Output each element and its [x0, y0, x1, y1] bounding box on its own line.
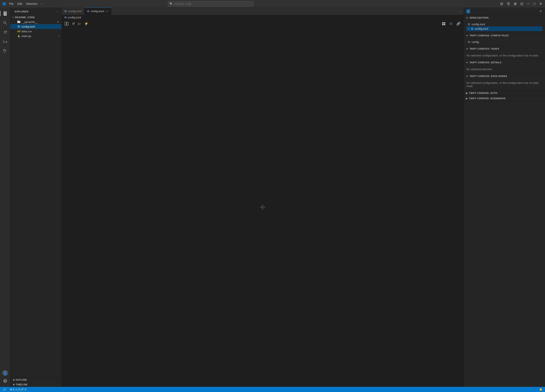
- status-git-branch[interactable]: ⎇: [2, 387, 7, 392]
- toggle-sidebar-icon[interactable]: ☰: [506, 1, 511, 7]
- sidebar-item-config-toml[interactable]: config.toml: [10, 24, 62, 29]
- sidebar-header-actions: ⋯: [54, 9, 59, 14]
- activity-extensions[interactable]: [1, 47, 9, 55]
- toggle-panel-icon[interactable]: ⊞: [513, 1, 518, 7]
- toggle-layout-icon[interactable]: ⊡: [519, 1, 524, 7]
- user-avatar[interactable]: 👤: [2, 370, 8, 376]
- timeline-section[interactable]: ▶ TIMELINE: [10, 382, 62, 387]
- edit-menu[interactable]: Edit: [16, 1, 24, 6]
- breadcrumb-label: config.toml: [68, 16, 81, 19]
- explorer-section-header[interactable]: ▼ README_CODE: [10, 15, 62, 19]
- taipy-tasks-body: No selected configuration, or the config…: [464, 51, 545, 60]
- taipy-details-empty-text: No selected element.: [466, 67, 542, 72]
- status-bar: ⎇ ⊗ 0 ⚠ 0 🔗 0 🔔: [0, 387, 545, 392]
- sidebar-item-pycache[interactable]: __pycache__ ▶: [10, 19, 62, 24]
- tab-more-button[interactable]: ⋯: [458, 7, 464, 15]
- git-icon: ⎇: [3, 388, 6, 391]
- taipy-tasks-header[interactable]: ▼ TAIPY CONFIGS: TASKS: [464, 46, 545, 51]
- minimize-icon[interactable]: ─: [526, 1, 531, 7]
- open-editors-label: OPEN EDITORS: [469, 17, 489, 19]
- status-bell[interactable]: 🔔: [538, 387, 543, 392]
- taipy-scenarios-section: ▶ TAIPY CONFIGS: SCENARIOS: [464, 96, 545, 101]
- sidebar-title: Explorer: [15, 10, 29, 13]
- taipy-scenarios-header[interactable]: ▶ TAIPY CONFIGS: SCENARIOS: [464, 96, 545, 101]
- csv-file-icon: csv: [17, 30, 21, 33]
- status-errors[interactable]: ⊗ 0 ⚠ 0 🔗 0: [9, 387, 27, 392]
- sidebar: Explorer ⋯ ▼ README_CODE __pycache__ ▶: [10, 7, 62, 387]
- toolbar-action3-btn[interactable]: 🔗: [455, 21, 462, 26]
- activity-explorer[interactable]: [1, 9, 9, 18]
- window-controls: ⊟ ☰ ⊞ ⊡ ─ □ ✕: [499, 1, 543, 7]
- customize-layout-icon[interactable]: ⊟: [499, 1, 504, 7]
- menu-bar: File Edit Selection ···: [7, 1, 44, 6]
- right-panel-icon[interactable]: ⊡: [466, 9, 471, 14]
- toolbar-action2-btn[interactable]: [448, 21, 454, 26]
- toolbar-run-btn[interactable]: ▷: [77, 21, 82, 26]
- editor-area: ⚙ config.toml ⚙ config.toml ✕ ⋯ ⚙ config…: [62, 7, 464, 387]
- chevron-down-icon: ▼: [12, 16, 14, 19]
- taipy-config-gear-icon: ⚙: [468, 40, 470, 44]
- right-panel-content: ▼ OPEN EDITORS ⚙ config.toml ✕ ⚙ config.…: [464, 15, 545, 387]
- open-editor1-gear-icon: ⚙: [468, 23, 470, 26]
- open-editors-section: ▼ OPEN EDITORS ⚙ config.toml ✕ ⚙ config.…: [464, 15, 545, 33]
- taipy-data-nodes-body: No selected configuration, or the config…: [464, 79, 545, 90]
- taipy-details-chevron-icon: ▼: [466, 61, 468, 64]
- main-py-label: main.py: [21, 34, 57, 38]
- global-search-bar: 🔍: [168, 1, 254, 6]
- sidebar-more-icon[interactable]: ⋯: [54, 9, 59, 14]
- taipy-tasks-section: ▼ TAIPY CONFIGS: TASKS No selected confi…: [464, 46, 545, 60]
- restore-icon[interactable]: □: [532, 1, 537, 7]
- toolbar-refresh-btn[interactable]: ↺: [71, 21, 76, 26]
- outline-section[interactable]: ▶ OUTLINE: [10, 377, 62, 382]
- activity-run[interactable]: [1, 37, 9, 46]
- move-cursor-icon: ✛: [260, 203, 266, 211]
- open-editor-item-1[interactable]: ⚙ config.toml: [466, 22, 542, 26]
- open-editor-item-2[interactable]: ✕ ⚙ config.toml: [466, 26, 542, 31]
- sidebar-item-main-py[interactable]: 🐍 main.py T: [10, 34, 62, 38]
- close-icon[interactable]: ✕: [538, 1, 543, 7]
- editor-tab-2[interactable]: ⚙ config.toml ✕: [84, 7, 111, 15]
- taipy-auth-header[interactable]: ▶ TAIPY CONFIGS: AUTH: [464, 90, 545, 96]
- tab2-gear-icon: ⚙: [87, 10, 90, 13]
- open-editor2-close-icon[interactable]: ✕: [468, 27, 470, 30]
- activity-source-control[interactable]: [1, 28, 9, 36]
- pycache-label: __pycache__: [21, 20, 56, 24]
- open-editors-chevron-icon: ▼: [466, 17, 468, 19]
- file-menu[interactable]: File: [7, 1, 15, 6]
- open-editor2-label: config.toml: [475, 27, 488, 30]
- taipy-data-nodes-section: ▼ TAIPY CONFIGS: DATA NODES No selected …: [464, 73, 545, 90]
- taipy-details-header[interactable]: ▼ TAIPY CONFIGS: DETAILS: [464, 60, 545, 65]
- taipy-scenarios-label: TAIPY CONFIGS: SCENARIOS: [469, 97, 506, 100]
- chevron-right-timeline-icon: ▶: [13, 383, 15, 386]
- sidebar-header: Explorer ⋯: [10, 7, 62, 15]
- info-icon: 🔗: [21, 388, 24, 391]
- taipy-details-label: TAIPY CONFIGS: DETAILS: [469, 61, 502, 64]
- taipy-data-nodes-header[interactable]: ▼ TAIPY CONFIGS: DATA NODES: [464, 73, 545, 79]
- taipy-config-files-header[interactable]: ▼ TAIPY CONFIGS: CONFIG FILES: [464, 33, 545, 38]
- activity-bar: 👤: [0, 7, 10, 387]
- explorer-section-title: README_CODE: [15, 16, 35, 19]
- activity-settings[interactable]: [1, 377, 9, 385]
- search-icon: 🔍: [170, 2, 173, 5]
- taipy-config-label: config: [471, 40, 479, 44]
- toolbar-lightning-btn[interactable]: ⚡: [83, 21, 90, 26]
- tab2-close-icon[interactable]: ✕: [105, 10, 109, 13]
- sidebar-content: ▼ README_CODE __pycache__ ▶ config: [10, 15, 62, 377]
- editor-tab-1[interactable]: ⚙ config.toml: [62, 7, 84, 15]
- taipy-config-item[interactable]: ⚙ config: [466, 40, 542, 44]
- selection-menu[interactable]: Selection: [24, 1, 39, 6]
- timeline-label: TIMELINE: [16, 383, 28, 386]
- editor-tabs: ⚙ config.toml ⚙ config.toml ✕ ⋯: [62, 7, 464, 15]
- warning-count: 0: [19, 388, 20, 391]
- main-layout: 👤 Explorer ⋯ ▼ README_CODE: [0, 7, 545, 387]
- taipy-scenarios-chevron-icon: ▶: [466, 97, 468, 100]
- more-menus[interactable]: ···: [40, 1, 44, 6]
- right-panel-close-btn[interactable]: ✕: [538, 9, 543, 14]
- toolbar-action1-btn[interactable]: [440, 21, 447, 26]
- open-editors-header[interactable]: ▼ OPEN EDITORS: [464, 15, 545, 20]
- toolbar-split-btn[interactable]: [63, 21, 70, 26]
- sidebar-item-data-csv[interactable]: csv data.csv: [10, 29, 62, 34]
- search-input[interactable]: [168, 1, 254, 6]
- activity-search[interactable]: [1, 19, 9, 27]
- taipy-data-nodes-chevron-icon: ▼: [466, 75, 468, 78]
